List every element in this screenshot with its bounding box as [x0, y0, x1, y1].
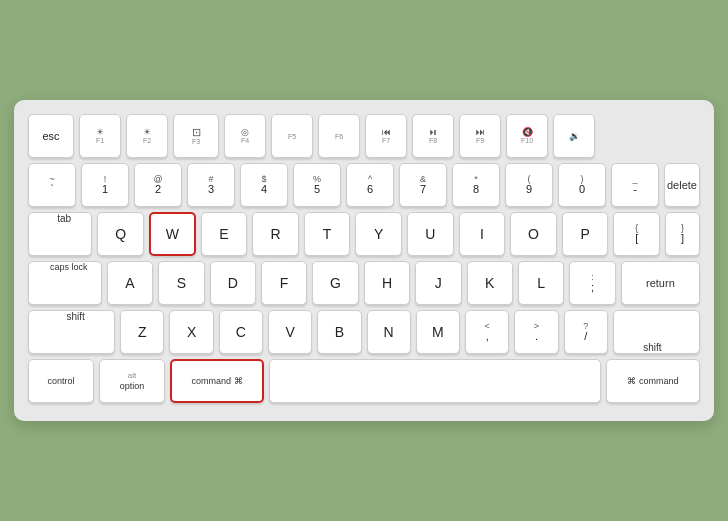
zxcv-row: shift Z X C V B N M < , > . [28, 310, 700, 354]
key-W[interactable]: W [149, 212, 196, 256]
key-J[interactable]: J [415, 261, 461, 305]
key-caps-lock[interactable]: caps lock [28, 261, 102, 305]
key-U[interactable]: U [407, 212, 454, 256]
key-4[interactable]: $ 4 [240, 163, 288, 207]
key-Q[interactable]: Q [97, 212, 144, 256]
key-esc[interactable]: esc [28, 114, 74, 158]
key-shift-left[interactable]: shift [28, 310, 115, 354]
key-bracket-open[interactable]: { [ [613, 212, 660, 256]
key-3[interactable]: # 3 [187, 163, 235, 207]
key-O[interactable]: O [510, 212, 557, 256]
key-H[interactable]: H [364, 261, 410, 305]
key-f3[interactable]: ⊡ F3 [173, 114, 219, 158]
keyboard: esc ☀ F1 ☀ F2 ⊡ F3 ◎ F4 F5 F6 ⏮ F7 ⏯ [14, 100, 714, 421]
key-delete[interactable]: delete [664, 163, 700, 207]
key-comma[interactable]: < , [465, 310, 509, 354]
key-G[interactable]: G [312, 261, 358, 305]
key-volume-down[interactable]: 🔉 [553, 114, 595, 158]
key-B[interactable]: B [317, 310, 361, 354]
key-1[interactable]: ! 1 [81, 163, 129, 207]
key-f1[interactable]: ☀ F1 [79, 114, 121, 158]
key-f9[interactable]: ⏭ F9 [459, 114, 501, 158]
key-A[interactable]: A [107, 261, 153, 305]
key-5[interactable]: % 5 [293, 163, 341, 207]
key-f4[interactable]: ◎ F4 [224, 114, 266, 158]
key-7[interactable]: & 7 [399, 163, 447, 207]
key-tab[interactable]: tab [28, 212, 92, 256]
key-f8[interactable]: ⏯ F8 [412, 114, 454, 158]
key-E[interactable]: E [201, 212, 248, 256]
number-row: ~ ` ! 1 @ 2 # 3 $ 4 % 5 ^ 6 & 7 [28, 163, 700, 207]
key-Y[interactable]: Y [355, 212, 402, 256]
key-P[interactable]: P [562, 212, 609, 256]
key-I[interactable]: I [459, 212, 506, 256]
key-f10[interactable]: 🔇 F10 [506, 114, 548, 158]
key-9[interactable]: ( 9 [505, 163, 553, 207]
key-command-right[interactable]: ⌘ command [606, 359, 700, 403]
key-f2[interactable]: ☀ F2 [126, 114, 168, 158]
qwerty-row: tab Q W E R T Y U I O P [28, 212, 700, 256]
key-6[interactable]: ^ 6 [346, 163, 394, 207]
key-slash[interactable]: ? / [564, 310, 608, 354]
key-8[interactable]: * 8 [452, 163, 500, 207]
key-command-left[interactable]: command ⌘ [170, 359, 264, 403]
key-D[interactable]: D [210, 261, 256, 305]
key-S[interactable]: S [158, 261, 204, 305]
key-minus[interactable]: _ - [611, 163, 659, 207]
key-space[interactable] [269, 359, 601, 403]
key-2[interactable]: @ 2 [134, 163, 182, 207]
key-f5[interactable]: F5 [271, 114, 313, 158]
key-bracket-close[interactable]: } ] [665, 212, 700, 256]
key-M[interactable]: M [416, 310, 460, 354]
key-F[interactable]: F [261, 261, 307, 305]
function-key-row: esc ☀ F1 ☀ F2 ⊡ F3 ◎ F4 F5 F6 ⏮ F7 ⏯ [28, 114, 700, 158]
key-X[interactable]: X [169, 310, 213, 354]
key-tilde[interactable]: ~ ` [28, 163, 76, 207]
key-f6[interactable]: F6 [318, 114, 360, 158]
key-control[interactable]: control [28, 359, 94, 403]
key-N[interactable]: N [367, 310, 411, 354]
key-R[interactable]: R [252, 212, 299, 256]
key-K[interactable]: K [467, 261, 513, 305]
key-Z[interactable]: Z [120, 310, 164, 354]
key-f7[interactable]: ⏮ F7 [365, 114, 407, 158]
key-period[interactable]: > . [514, 310, 558, 354]
key-L[interactable]: L [518, 261, 564, 305]
key-return[interactable]: return [621, 261, 700, 305]
key-V[interactable]: V [268, 310, 312, 354]
key-shift-right[interactable]: shift [613, 310, 700, 354]
modifier-row: control alt option command ⌘ ⌘ command [28, 359, 700, 403]
key-T[interactable]: T [304, 212, 351, 256]
key-option[interactable]: alt option [99, 359, 165, 403]
key-semicolon[interactable]: : ; [569, 261, 615, 305]
asdf-row: caps lock A S D F G H J K L : ; [28, 261, 700, 305]
key-0[interactable]: ) 0 [558, 163, 606, 207]
key-C[interactable]: C [219, 310, 263, 354]
